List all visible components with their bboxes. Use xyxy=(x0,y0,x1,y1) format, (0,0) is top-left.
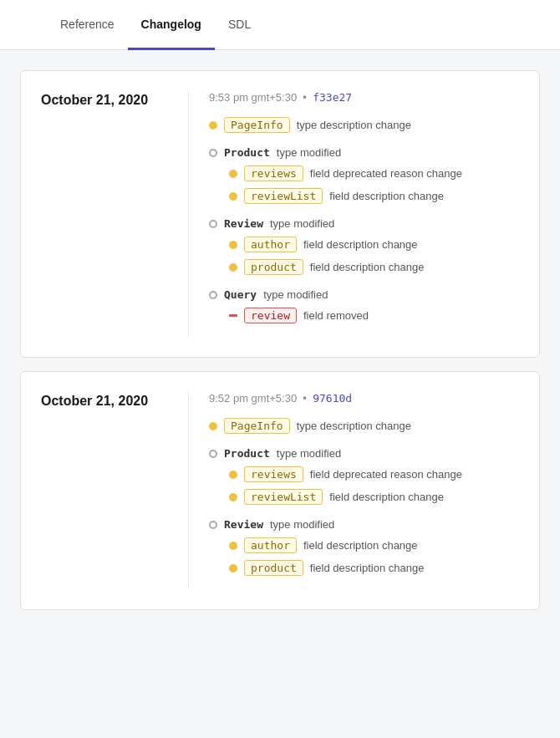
header: Reference Changelog SDL xyxy=(0,0,560,50)
entry-date: October 21, 2020 xyxy=(41,91,168,109)
dot-empty xyxy=(209,450,217,458)
dot-yellow xyxy=(229,170,237,178)
field-badge: reviewList xyxy=(244,188,323,204)
changelog-content: October 21, 20209:53 pm gmt+5:30 • f33e2… xyxy=(0,50,560,644)
tab-reference[interactable]: Reference xyxy=(47,1,128,50)
dot-yellow xyxy=(229,471,237,479)
field-desc: field description change xyxy=(329,491,444,503)
type-desc: type modified xyxy=(277,447,341,460)
dot-yellow xyxy=(229,493,237,501)
dot-yellow xyxy=(209,121,217,130)
field-desc: field description change xyxy=(310,562,425,574)
type-name: Query xyxy=(224,288,257,301)
entry-meta: 9:52 pm gmt+5:30 • 97610d xyxy=(209,392,519,405)
field-desc: field description change xyxy=(310,261,425,273)
change-group-3: Query type modifiedreviewfield removed xyxy=(209,288,519,323)
commit-hash: f33e27 xyxy=(313,91,352,104)
tab-sdl[interactable]: SDL xyxy=(215,1,264,50)
entry-card-0: October 21, 20209:53 pm gmt+5:30 • f33e2… xyxy=(20,70,540,358)
entry-date: October 21, 2020 xyxy=(41,392,168,410)
type-badge: PageInfo xyxy=(224,117,290,133)
field-badge: reviewList xyxy=(244,489,323,505)
entry-detail-col: 9:53 pm gmt+5:30 • f33e27PageInfotype de… xyxy=(188,91,539,337)
field-badge: reviews xyxy=(244,466,303,482)
field-badge: author xyxy=(244,537,297,553)
field-badge: reviews xyxy=(244,165,303,181)
field-desc: field removed xyxy=(303,309,369,322)
child-change-item-1: productfield description change xyxy=(229,259,519,275)
child-change-item-1: reviewListfield description change xyxy=(229,489,519,505)
type-desc: type modified xyxy=(270,518,334,531)
child-change-item-1: reviewListfield description change xyxy=(229,188,519,204)
type-name: Review xyxy=(224,518,263,531)
child-change-item-0: reviewfield removed xyxy=(229,308,519,323)
field-desc: field description change xyxy=(329,190,444,202)
sub-group: authorfield description changeproductfie… xyxy=(229,237,519,275)
change-item: PageInfotype description change xyxy=(209,418,519,434)
sub-group: reviewsfield deprecated reason changerev… xyxy=(229,466,519,505)
type-desc: type modified xyxy=(277,146,341,159)
field-desc: field description change xyxy=(303,539,418,552)
change-group-2: Review type modifiedauthorfield descript… xyxy=(209,217,519,275)
sub-group: authorfield description changeproductfie… xyxy=(229,537,519,576)
field-desc: field deprecated reason change xyxy=(310,167,462,180)
nav-tabs: Reference Changelog SDL xyxy=(47,0,264,49)
child-change-item-1: productfield description change xyxy=(229,560,519,576)
field-badge: review xyxy=(244,308,297,323)
type-badge: PageInfo xyxy=(224,418,290,434)
change-group-1: Product type modifiedreviewsfield deprec… xyxy=(209,146,519,204)
change-desc: type description change xyxy=(297,420,411,432)
parent-change-item: Review type modified xyxy=(209,518,519,531)
entry-date-col: October 21, 2020 xyxy=(21,91,188,337)
dot-empty xyxy=(209,220,217,228)
parent-change-item: Product type modified xyxy=(209,146,519,159)
change-group-2: Review type modifiedauthorfield descript… xyxy=(209,518,519,576)
field-desc: field deprecated reason change xyxy=(310,468,462,481)
change-group-1: Product type modifiedreviewsfield deprec… xyxy=(209,447,519,505)
sub-group: reviewsfield deprecated reason changerev… xyxy=(229,165,519,204)
type-name: Product xyxy=(224,146,270,159)
entry-detail-col: 9:52 pm gmt+5:30 • 97610dPageInfotype de… xyxy=(188,392,539,589)
dot-empty xyxy=(209,149,217,157)
tab-changelog[interactable]: Changelog xyxy=(128,1,215,50)
dot-yellow xyxy=(209,422,217,430)
child-change-item-0: authorfield description change xyxy=(229,237,519,252)
entry-meta: 9:53 pm gmt+5:30 • f33e27 xyxy=(209,91,519,104)
entry-card-1: October 21, 20209:52 pm gmt+5:30 • 97610… xyxy=(20,371,540,610)
type-desc: type modified xyxy=(270,217,334,230)
field-desc: field description change xyxy=(303,238,418,251)
dot-yellow xyxy=(229,564,237,573)
field-badge: author xyxy=(244,237,297,252)
dot-yellow xyxy=(229,542,237,550)
dot-yellow xyxy=(229,241,237,249)
entry-date-col: October 21, 2020 xyxy=(21,392,188,589)
change-group-0: PageInfotype description change xyxy=(209,418,519,434)
dot-empty xyxy=(209,521,217,529)
commit-hash: 97610d xyxy=(313,392,352,405)
dot-yellow xyxy=(229,263,237,272)
type-desc: type modified xyxy=(263,288,328,301)
change-item: PageInfotype description change xyxy=(209,117,519,133)
parent-change-item: Query type modified xyxy=(209,288,519,301)
child-change-item-0: authorfield description change xyxy=(229,537,519,553)
change-desc: type description change xyxy=(297,119,411,131)
child-change-item-0: reviewsfield deprecated reason change xyxy=(229,165,519,181)
sub-group: reviewfield removed xyxy=(229,308,519,323)
dot-empty xyxy=(209,291,217,299)
child-change-item-0: reviewsfield deprecated reason change xyxy=(229,466,519,482)
field-badge: product xyxy=(244,259,303,275)
type-name: Product xyxy=(224,447,270,460)
parent-change-item: Review type modified xyxy=(209,217,519,230)
dot-red-dash xyxy=(229,314,237,317)
dot-yellow xyxy=(229,192,237,201)
change-group-0: PageInfotype description change xyxy=(209,117,519,133)
type-name: Review xyxy=(224,217,263,230)
field-badge: product xyxy=(244,560,303,576)
parent-change-item: Product type modified xyxy=(209,447,519,460)
